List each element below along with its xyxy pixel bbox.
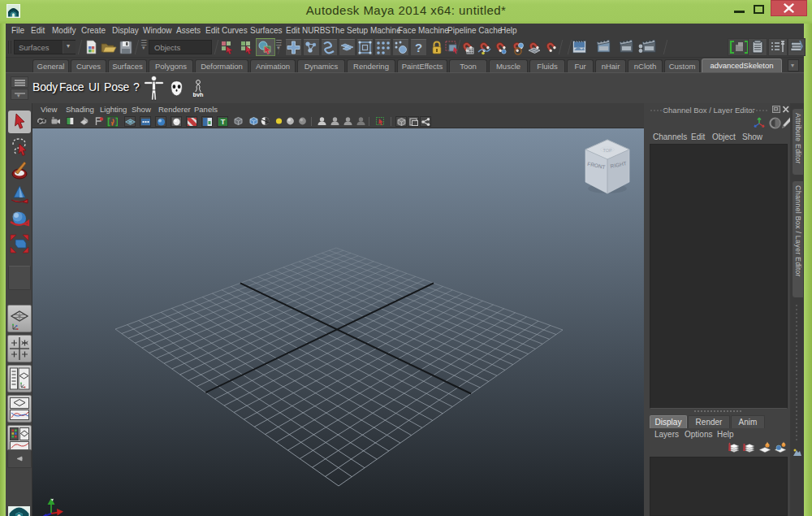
- svg-text:T: T: [221, 118, 226, 126]
- svg-text:TOP: TOP: [603, 148, 612, 153]
- svg-text:bvh: bvh: [193, 91, 204, 98]
